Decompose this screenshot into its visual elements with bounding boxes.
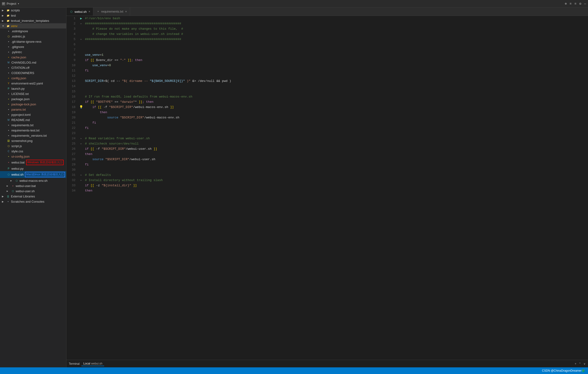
terminal-add-icon[interactable]: + <box>575 362 576 365</box>
tab-webui-sh[interactable]: ⬡ webui.sh × <box>66 8 93 16</box>
code-content: if [[ -f "$SCRIPT_DIR"/webui-user.sh ]] <box>84 146 588 152</box>
title-dropdown-icon[interactable]: ▾ <box>18 2 19 5</box>
sidebar-item-label: webui-macos-env.sh <box>20 179 47 182</box>
sidebar-item-pyproject[interactable]: ⚬ pyproject.toml <box>0 112 66 117</box>
fold-icon[interactable]: ▸ <box>80 178 82 183</box>
sidebar-item-label: CHANGELOG.md <box>11 61 36 64</box>
sidebar-item-screenshot[interactable]: 🖼 screenshot.png <box>0 138 66 143</box>
file-py-icon: P <box>7 87 10 90</box>
title-bar-actions: ⊕ ≡ ≡ ⚙ — <box>565 2 586 6</box>
sidebar-item-label: webui-user.sh <box>16 189 35 193</box>
sidebar-item-scripts[interactable]: ▶ 📁 scripts <box>0 8 66 13</box>
svg-rect-2 <box>2 4 4 4</box>
sidebar-item-citation[interactable]: ⚬ CITATION.cff <box>0 65 66 70</box>
sidebar-item-git-blame[interactable]: ⚬ .git-blame-ignore-revs <box>0 39 66 44</box>
sidebar-item-readme[interactable]: M README.md <box>0 117 66 122</box>
code-line-20: 20 source "$SCRIPT_DIR"/webui-macos-env.… <box>66 115 588 120</box>
line-gutter: ▸ <box>78 21 84 26</box>
file-icon: ⚬ <box>7 71 10 75</box>
navigate-icon[interactable]: ⊕ <box>565 2 567 6</box>
sidebar-item-webui-sh[interactable]: ⬡ webui.sh Mac或linux 系统启动项目入口 <box>0 171 66 178</box>
tab-close-webui-sh[interactable]: × <box>88 10 90 13</box>
sidebar-item-gitignore[interactable]: ⚬ .gitignore <box>0 44 66 49</box>
sidebar-item-label: Scratches and Consoles <box>11 200 44 203</box>
sidebar-item-pylintrc[interactable]: ⚬ .pylintrc <box>0 49 66 54</box>
line-number: 16 <box>66 94 78 99</box>
webui-bat-annotation: Windows 系统启动项目入口 <box>26 160 63 165</box>
fold-icon[interactable]: ▸ <box>80 141 82 146</box>
sidebar-item-codeowners[interactable]: ⚬ CODEOWNERS <box>0 70 66 75</box>
sidebar-item-license[interactable]: ⚬ LICENSE.txt <box>0 91 66 96</box>
sidebar-item-cache-json[interactable]: ⚬ cache.json <box>0 54 66 60</box>
tab-icon: ⚬ <box>97 10 99 13</box>
sidebar-item-launch[interactable]: P launch.py <box>0 86 66 91</box>
sidebar-item-eslintignore[interactable]: ⚬ .eslintignore <box>0 29 66 34</box>
sidebar-item-webui-bat[interactable]: ⚬ webui.bat Windows 系统启动项目入口 <box>0 159 66 166</box>
fold-icon[interactable]: ▸ <box>80 21 82 26</box>
arrow-icon: ▶ <box>7 190 10 192</box>
code-line-25: 25 ▸ # shellcheck source=/dev/null <box>66 141 588 146</box>
sidebar-item-requirements-versions[interactable]: ⚬ requirements_versions.txt <box>0 133 66 138</box>
code-line-5: 5 ▸ ####################################… <box>66 37 588 42</box>
line-number: 17 <box>66 99 78 105</box>
sidebar-item-requirements-test[interactable]: ⚬ requirements-test.txt <box>0 128 66 133</box>
sidebar-item-webui-macos[interactable]: ▶ ⬡ webui-macos-env.sh <box>0 178 66 183</box>
sidebar-item-config-json[interactable]: ⚬ config.json <box>0 75 66 81</box>
sidebar-item-ui-config[interactable]: ⚬ ui-config.json <box>0 154 66 159</box>
sidebar-item-package-lock[interactable]: ⚬ package-lock.json <box>0 102 66 107</box>
sidebar-item-test[interactable]: ▶ 📁 test <box>0 13 66 18</box>
line-number: 26 <box>66 146 78 152</box>
line-number: 9 <box>66 58 78 63</box>
fold-icon[interactable]: ▸ <box>80 172 82 178</box>
sidebar-item-package-json[interactable]: ⚬ package.json <box>0 96 66 102</box>
sidebar-item-scratches[interactable]: ▶ ⚬ Scratches and Consoles <box>0 199 66 204</box>
sidebar-item-textual[interactable]: ▶ 📁 textual_inversion_templates <box>0 18 66 23</box>
file-icon: ⚬ <box>7 50 10 54</box>
code-line-9: 9 if [[ $venv_dir == "-" ]]; then <box>66 58 588 63</box>
minimize-icon[interactable]: — <box>584 2 586 6</box>
sidebar-item-script-js[interactable]: ⬡ script.js <box>0 143 66 149</box>
sidebar-item-label: style.css <box>11 150 23 153</box>
code-line-15: 15 <box>66 89 588 94</box>
sidebar-item-webui-user-bat[interactable]: ▶ ⚬ webui-user.bat <box>0 183 66 188</box>
file-json-icon: ⚬ <box>7 76 10 80</box>
sidebar-item-environment[interactable]: Y environment-wsl2.yaml <box>0 81 66 86</box>
settings-icon[interactable]: ⚙ <box>579 2 581 6</box>
code-content: then <box>84 188 588 193</box>
terminal-collapse-icon[interactable]: ⌃ <box>579 362 581 365</box>
code-content: then <box>84 152 588 157</box>
sidebar-item-changelog[interactable]: M CHANGELOG.md <box>0 60 66 65</box>
line-number: 22 <box>66 126 78 131</box>
file-icon: ⚬ <box>7 113 10 117</box>
code-content: then <box>84 110 588 115</box>
arrow-icon: ▶ <box>2 200 6 203</box>
sidebar-item-label: CODEOWNERS <box>11 71 34 75</box>
sidebar-item-label: params.txt <box>11 108 26 111</box>
code-line-34: 34 then <box>66 188 588 193</box>
sidebar-item-webui-user-sh[interactable]: ▶ ⬡ webui-user.sh <box>0 188 66 194</box>
run-icon[interactable]: ▶ <box>80 16 82 21</box>
sidebar-item-webui-py[interactable]: P webui.py <box>0 166 66 171</box>
sidebar-item-eslintrc[interactable]: ⬡ .eslintrc.js <box>0 34 66 39</box>
terminal-tab-local[interactable]: Local webui.sh <box>81 362 104 366</box>
fold-icon[interactable]: ▸ <box>80 136 82 141</box>
sidebar-item-style-css[interactable]: C style.css <box>0 149 66 154</box>
sidebar-item-label: pyproject.toml <box>11 113 31 117</box>
fold-icon[interactable]: ▸ <box>80 37 82 42</box>
collapse-icon[interactable]: ≡ <box>569 2 571 6</box>
expand-icon[interactable]: ≡ <box>575 2 576 6</box>
line-number: 15 <box>66 89 78 94</box>
code-line-30: 30 <box>66 167 588 172</box>
line-number: 12 <box>66 73 78 79</box>
sidebar-item-requirements[interactable]: ⚬ requirements.txt <box>0 122 66 128</box>
tab-close-requirements[interactable]: × <box>125 10 127 13</box>
bulb-icon[interactable]: 💡 <box>79 105 83 110</box>
sidebar-item-venv[interactable]: ▼ 📁 venv <box>0 23 66 29</box>
sidebar-item-external-libraries[interactable]: ▶ ||| External Libraries <box>0 194 66 199</box>
code-editor[interactable]: 1 ▶ #!/usr/bin/env bash 2 ▸ ############… <box>66 16 588 360</box>
tab-requirements-txt[interactable]: ⚬ requirements.txt × <box>93 8 130 16</box>
terminal-expand-icon[interactable]: ∨ <box>584 362 586 365</box>
code-line-7: 7 <box>66 47 588 53</box>
sidebar-item-params[interactable]: ⚬ params.txt <box>0 107 66 112</box>
sidebar-item-label: textual_inversion_templates <box>11 19 49 22</box>
